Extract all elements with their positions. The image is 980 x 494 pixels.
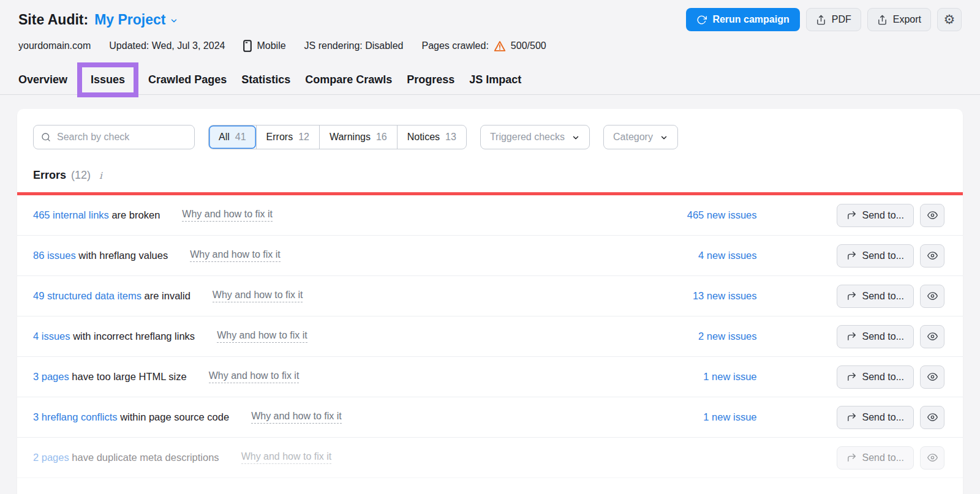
send-to-button[interactable]: Send to...: [837, 244, 914, 268]
gear-icon: ⚙: [944, 13, 956, 26]
campaign-domain: yourdomain.com: [18, 40, 91, 51]
filter-notices[interactable]: Notices13: [397, 125, 466, 149]
page-title: Site Audit:: [18, 12, 88, 28]
issue-description: are invalid: [141, 290, 190, 302]
why-how-to-fix-link[interactable]: Why and how to fix it: [217, 330, 307, 343]
issue-description: are broken: [109, 209, 160, 221]
filter-errors[interactable]: Errors12: [256, 125, 319, 149]
filter-label: Notices: [407, 132, 440, 143]
errors-section-header: Errors (12) i: [17, 159, 963, 192]
view-issues-button[interactable]: [920, 406, 944, 429]
issues-list: 465 internal links are broken Why and ho…: [17, 195, 963, 478]
view-issues-button[interactable]: [920, 285, 944, 308]
tab-js-impact[interactable]: JS Impact: [469, 67, 521, 92]
tab-compare-crawls[interactable]: Compare Crawls: [305, 67, 392, 92]
send-to-button[interactable]: Send to...: [837, 446, 914, 470]
send-to-button[interactable]: Send to...: [837, 365, 914, 389]
new-issues-link[interactable]: 2 new issues: [698, 331, 756, 342]
send-to-button[interactable]: Send to...: [837, 285, 914, 308]
send-to-button[interactable]: Send to...: [837, 204, 914, 227]
issue-row: 2 pages have duplicate meta descriptions…: [17, 438, 963, 478]
header: Site Audit: My Project Rerun campaign PD…: [0, 0, 980, 52]
filter-label: Warnings: [330, 132, 371, 143]
view-issues-button[interactable]: [920, 325, 944, 348]
issue-row: 86 issues with hreflang values Why and h…: [17, 236, 963, 276]
send-to-button[interactable]: Send to...: [837, 325, 914, 348]
forward-arrow-icon: [846, 291, 857, 301]
project-name: My Project: [94, 12, 165, 28]
eye-icon: [927, 291, 938, 301]
category-dropdown[interactable]: Category: [603, 125, 678, 149]
forward-arrow-icon: [846, 250, 857, 261]
export-share-icon: [877, 15, 888, 25]
filter-label: Errors: [266, 132, 293, 143]
issue-count-link[interactable]: 3 hreflang conflicts: [33, 411, 118, 423]
severity-filter: All41Errors12Warnings16Notices13: [208, 125, 467, 149]
issue-description: have too large HTML size: [69, 371, 187, 383]
new-issues-link[interactable]: 465 new issues: [687, 209, 757, 221]
issue-row: 3 pages have too large HTML size Why and…: [17, 357, 963, 397]
issue-count-link[interactable]: 4 issues: [33, 331, 70, 342]
filter-warnings[interactable]: Warnings16: [319, 125, 397, 149]
issue-description: with incorrect hreflang links: [70, 331, 195, 342]
issue-row: 465 internal links are broken Why and ho…: [17, 195, 963, 236]
tab-statistics[interactable]: Statistics: [241, 67, 290, 92]
chevron-down-icon: [660, 133, 668, 142]
section-title: Errors: [33, 169, 66, 182]
why-how-to-fix-link[interactable]: Why and how to fix it: [209, 370, 300, 383]
why-how-to-fix-link[interactable]: Why and how to fix it: [241, 451, 332, 464]
device-type: Mobile: [243, 40, 285, 52]
why-how-to-fix-link[interactable]: Why and how to fix it: [190, 249, 281, 262]
search-box[interactable]: [33, 125, 195, 149]
view-issues-button[interactable]: [920, 365, 944, 389]
new-issues-link[interactable]: 1 new issue: [703, 411, 756, 423]
new-issues-link[interactable]: 1 new issue: [703, 371, 756, 383]
filter-all[interactable]: All41: [209, 125, 256, 149]
search-input[interactable]: [57, 132, 187, 143]
search-icon: [41, 132, 51, 142]
why-how-to-fix-link[interactable]: Why and how to fix it: [182, 209, 273, 222]
new-issues-link[interactable]: 4 new issues: [698, 250, 756, 261]
issue-description: with hreflang values: [76, 250, 168, 261]
issue-description: within page source code: [118, 411, 230, 423]
issue-count-link[interactable]: 2 pages: [33, 452, 69, 463]
why-how-to-fix-link[interactable]: Why and how to fix it: [251, 411, 342, 424]
rerun-campaign-button[interactable]: Rerun campaign: [686, 8, 799, 31]
tabs-divider: [0, 94, 980, 95]
issue-count-link[interactable]: 86 issues: [33, 250, 76, 261]
eye-icon: [927, 372, 938, 382]
issue-count-link[interactable]: 465 internal links: [33, 209, 109, 221]
warning-triangle-icon: [494, 40, 506, 52]
view-issues-button[interactable]: [920, 244, 944, 268]
why-how-to-fix-link[interactable]: Why and how to fix it: [213, 290, 303, 302]
site-audit-page: { "header": { "title": "Site Audit:", "p…: [0, 0, 980, 494]
tab-crawled-pages[interactable]: Crawled Pages: [148, 67, 227, 92]
view-issues-button[interactable]: [920, 204, 944, 227]
issue-description: have duplicate meta descriptions: [69, 452, 219, 463]
issue-count-link[interactable]: 49 structured data items: [33, 290, 141, 302]
forward-arrow-icon: [846, 331, 857, 342]
send-to-button[interactable]: Send to...: [837, 406, 914, 429]
forward-arrow-icon: [846, 210, 857, 220]
export-button[interactable]: Export: [867, 8, 931, 31]
filter-count: 12: [298, 132, 309, 143]
js-rendering-status: JS rendering: Disabled: [304, 40, 404, 51]
eye-icon: [927, 412, 938, 422]
eye-icon: [927, 331, 938, 342]
filter-count: 16: [376, 132, 387, 143]
tab-progress[interactable]: Progress: [407, 67, 454, 92]
settings-button[interactable]: ⚙: [937, 8, 962, 31]
pages-crawled: Pages crawled: 500/500: [421, 40, 546, 52]
project-selector[interactable]: My Project: [94, 12, 178, 28]
tab-issues[interactable]: Issues: [82, 67, 134, 92]
triggered-checks-dropdown[interactable]: Triggered checks: [480, 125, 590, 149]
new-issues-link[interactable]: 13 new issues: [693, 290, 757, 302]
issues-card: All41Errors12Warnings16Notices13 Trigger…: [17, 109, 963, 494]
filter-label: All: [219, 132, 230, 143]
pdf-button[interactable]: PDF: [806, 8, 861, 31]
view-issues-button[interactable]: [920, 446, 944, 470]
info-icon[interactable]: i: [99, 170, 102, 181]
tab-overview[interactable]: Overview: [18, 67, 67, 92]
issue-count-link[interactable]: 3 pages: [33, 371, 69, 383]
forward-arrow-icon: [846, 452, 857, 463]
